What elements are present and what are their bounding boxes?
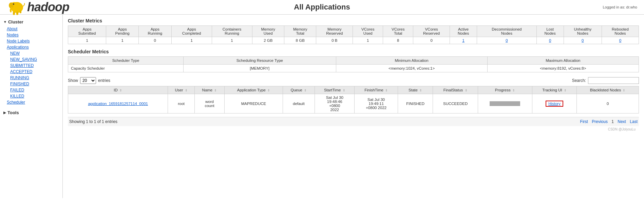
val-maximum-allocation: <memory:8192, vCores:8>	[487, 65, 639, 72]
cluster-metrics-title: Cluster Metrics	[68, 18, 639, 23]
current-page: 1	[611, 119, 614, 124]
col-id[interactable]: ID ⇕	[68, 86, 168, 94]
sidebar-item-finished[interactable]: FINISHED	[0, 81, 62, 87]
user-sort-icon: ⇕	[185, 89, 188, 92]
finalstatus-sort-icon: ⇕	[465, 89, 468, 92]
sidebar-item-node-labels[interactable]: Node Labels	[0, 38, 62, 44]
val-vcores-reserved: 0	[413, 37, 450, 44]
col-rebooted-nodes: RebootedNodes	[602, 26, 639, 37]
tools-section-header[interactable]: ▶ Tools	[0, 109, 62, 117]
val-rebooted-nodes[interactable]: 0	[602, 37, 639, 44]
search-input[interactable]	[588, 77, 639, 84]
col-queue[interactable]: Queue ⇕	[283, 86, 315, 94]
col-starttime[interactable]: StartTime ⇕	[315, 86, 355, 94]
show-entries-control: Show 10 20 25 50 100 entries	[68, 77, 110, 84]
svg-rect-4	[13, 12, 15, 15]
app-queue-cell: default	[283, 94, 315, 113]
hadoop-logo-text: hadoop	[27, 0, 69, 14]
progress-sort-icon: ⇕	[512, 89, 515, 92]
col-blacklisted-nodes[interactable]: Blacklisted Nodes ⇕	[577, 86, 639, 94]
page-title: All Applications	[294, 3, 350, 12]
scheduler-metrics-table: Scheduler Type Scheduling Resource Type …	[68, 56, 639, 72]
val-lost-nodes[interactable]: 0	[536, 37, 564, 44]
hadoop-logo-icon	[7, 0, 27, 17]
val-vcores-total: 8	[383, 37, 413, 44]
sidebar-item-about[interactable]: About	[0, 26, 62, 32]
sidebar-item-failed[interactable]: FAILED	[0, 87, 62, 93]
svg-rect-6	[20, 10, 21, 13]
first-page-link[interactable]: First	[580, 119, 588, 124]
col-active-nodes: ActiveNodes	[450, 26, 477, 37]
page-header: hadoop All Applications Logged in as: dr…	[0, 0, 644, 15]
tools-label: Tools	[7, 110, 19, 115]
name-sort-icon: ⇕	[214, 89, 217, 92]
search-label: Search:	[572, 78, 586, 83]
sidebar-item-accepted[interactable]: ACCEPTED	[0, 69, 62, 75]
col-state[interactable]: State ⇕	[398, 86, 433, 94]
entries-label: entries	[98, 78, 110, 83]
previous-page-link[interactable]: Previous	[592, 119, 608, 124]
col-finalstatus[interactable]: FinalStatus ⇕	[433, 86, 478, 94]
val-memory-total: 8 GB	[284, 37, 316, 44]
val-minimum-allocation: <memory:1024, vCores:1>	[336, 65, 487, 72]
val-apps-completed: 1	[171, 37, 212, 44]
sidebar-item-new[interactable]: NEW	[0, 50, 62, 56]
col-finishtime[interactable]: FinishTime ⇕	[355, 86, 398, 94]
progress-bar-fill	[490, 101, 520, 106]
val-apps-pending: 1	[106, 37, 139, 44]
last-page-link[interactable]: Last	[630, 119, 638, 124]
sidebar-item-nodes[interactable]: Nodes	[0, 32, 62, 38]
cluster-section-header[interactable]: ▼ Cluster	[0, 18, 62, 26]
val-scheduler-type: Capacity Scheduler	[68, 65, 184, 72]
tracking-ui-sort-icon: ⇕	[564, 89, 567, 92]
app-tracking-ui-cell[interactable]: History	[532, 94, 576, 113]
col-unhealthy-nodes: UnhealthyNodes	[564, 26, 602, 37]
content-area: Cluster Metrics AppsSubmitted AppsPendin…	[63, 15, 644, 198]
col-application-type[interactable]: Application Type ⇕	[225, 86, 283, 94]
cluster-metrics-table: AppsSubmitted AppsPending AppsRunning Ap…	[68, 25, 639, 44]
val-decommissioned-nodes[interactable]: 0	[477, 37, 536, 44]
col-name[interactable]: Name ⇕	[194, 86, 224, 94]
next-page-link[interactable]: Next	[618, 119, 626, 124]
col-containers-running: ContainersRunning	[212, 26, 252, 37]
app-state-cell: FINISHED	[398, 94, 433, 113]
show-label: Show	[68, 78, 78, 83]
app-id-cell[interactable]: application_1659181257114_0001	[68, 94, 168, 113]
footer-note: CSDN @JolyouLu	[68, 126, 639, 133]
logged-in-info: Logged in as: dr.who	[603, 5, 637, 9]
col-user[interactable]: User ⇕	[168, 86, 194, 94]
col-tracking-ui[interactable]: Tracking UI ⇕	[532, 86, 576, 94]
col-apps-completed: AppsCompleted	[171, 26, 212, 37]
sidebar-item-killed[interactable]: KILLED	[0, 93, 62, 99]
sidebar-item-submitted[interactable]: SUBMITTED	[0, 63, 62, 69]
id-sort-icon: ⇕	[119, 89, 122, 92]
val-apps-running: 0	[138, 37, 171, 44]
sidebar-item-new-saving[interactable]: NEW_SAVING	[0, 56, 62, 63]
search-area: Search:	[572, 77, 639, 84]
sidebar-item-scheduler[interactable]: Scheduler	[0, 99, 62, 105]
col-apps-pending: AppsPending	[106, 26, 139, 37]
sidebar-item-running[interactable]: RUNNING	[0, 75, 62, 81]
cluster-arrow-icon: ▼	[3, 20, 7, 24]
svg-rect-5	[16, 12, 18, 15]
col-maximum-allocation: Maximum Allocation	[487, 57, 639, 65]
val-unhealthy-nodes[interactable]: 0	[564, 37, 602, 44]
tools-arrow-icon: ▶	[3, 111, 6, 115]
val-active-nodes[interactable]: 1	[450, 37, 477, 44]
queue-sort-icon: ⇕	[304, 89, 307, 92]
app-id-link[interactable]: application_1659181257114_0001	[88, 102, 148, 106]
app-blacklisted-nodes-cell: 0	[577, 94, 639, 113]
col-lost-nodes: LostNodes	[536, 26, 564, 37]
history-button[interactable]: History	[546, 101, 563, 107]
sidebar: ▼ Cluster About Nodes Node Labels Applic…	[0, 15, 63, 198]
entries-select[interactable]: 10 20 25 50 100	[80, 77, 96, 84]
table-row: application_1659181257114_0001 root word…	[68, 94, 639, 113]
col-memory-used: MemoryUsed	[252, 26, 284, 37]
col-apps-running: AppsRunning	[138, 26, 171, 37]
svg-point-3	[13, 3, 14, 5]
sidebar-item-applications[interactable]: Applications	[0, 44, 62, 50]
state-sort-icon: ⇕	[419, 89, 422, 92]
col-progress[interactable]: Progress ⇕	[478, 86, 532, 94]
app-progress-cell	[478, 94, 532, 113]
col-minimum-allocation: Minimum Allocation	[336, 57, 487, 65]
